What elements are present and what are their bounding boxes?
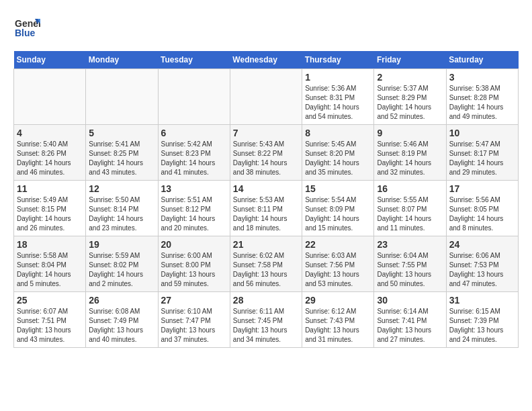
day-number: 11 bbox=[17, 183, 83, 194]
logo-icon: General Blue bbox=[13, 13, 40, 40]
svg-text:Blue: Blue bbox=[15, 28, 36, 38]
day-info: Sunrise: 6:08 AM Sunset: 7:49 PM Dayligh… bbox=[89, 307, 154, 345]
day-info: Sunrise: 5:36 AM Sunset: 8:31 PM Dayligh… bbox=[305, 84, 371, 122]
calendar-cell: 14Sunrise: 5:53 AM Sunset: 8:11 PM Dayli… bbox=[230, 181, 302, 236]
calendar-cell: 22Sunrise: 6:03 AM Sunset: 7:56 PM Dayli… bbox=[302, 236, 374, 292]
day-number: 21 bbox=[233, 239, 299, 250]
calendar-cell: 25Sunrise: 6:07 AM Sunset: 7:51 PM Dayli… bbox=[14, 292, 86, 348]
calendar-cell bbox=[230, 69, 302, 125]
day-info: Sunrise: 5:43 AM Sunset: 8:22 PM Dayligh… bbox=[233, 140, 299, 177]
calendar-cell: 31Sunrise: 6:15 AM Sunset: 7:39 PM Dayli… bbox=[446, 292, 518, 348]
calendar-cell: 28Sunrise: 6:11 AM Sunset: 7:45 PM Dayli… bbox=[230, 292, 302, 348]
calendar-cell: 30Sunrise: 6:14 AM Sunset: 7:41 PM Dayli… bbox=[374, 292, 446, 348]
day-info: Sunrise: 6:02 AM Sunset: 7:58 PM Dayligh… bbox=[233, 251, 299, 289]
calendar-cell: 10Sunrise: 5:47 AM Sunset: 8:17 PM Dayli… bbox=[446, 125, 518, 181]
day-number: 5 bbox=[89, 128, 154, 138]
day-info: Sunrise: 5:46 AM Sunset: 8:19 PM Dayligh… bbox=[377, 140, 443, 177]
day-info: Sunrise: 5:42 AM Sunset: 8:23 PM Dayligh… bbox=[161, 140, 227, 177]
weekday-header-thursday: Thursday bbox=[302, 51, 374, 69]
day-info: Sunrise: 5:55 AM Sunset: 8:07 PM Dayligh… bbox=[377, 195, 443, 233]
day-info: Sunrise: 6:11 AM Sunset: 7:45 PM Dayligh… bbox=[233, 307, 299, 345]
weekday-header-sunday: Sunday bbox=[14, 51, 86, 69]
calendar-cell: 4Sunrise: 5:40 AM Sunset: 8:26 PM Daylig… bbox=[14, 125, 86, 181]
day-number: 22 bbox=[305, 239, 371, 250]
day-number: 10 bbox=[449, 128, 515, 138]
day-info: Sunrise: 5:45 AM Sunset: 8:20 PM Dayligh… bbox=[305, 140, 371, 177]
calendar-body: 1Sunrise: 5:36 AM Sunset: 8:31 PM Daylig… bbox=[14, 69, 519, 348]
day-number: 13 bbox=[161, 183, 227, 194]
day-number: 2 bbox=[377, 72, 443, 83]
day-number: 29 bbox=[305, 295, 371, 306]
calendar-cell: 18Sunrise: 5:58 AM Sunset: 8:04 PM Dayli… bbox=[14, 236, 86, 292]
calendar-cell: 2Sunrise: 5:37 AM Sunset: 8:29 PM Daylig… bbox=[374, 69, 446, 125]
calendar-week-3: 11Sunrise: 5:49 AM Sunset: 8:15 PM Dayli… bbox=[14, 181, 519, 236]
day-info: Sunrise: 5:51 AM Sunset: 8:12 PM Dayligh… bbox=[161, 195, 227, 233]
calendar-cell bbox=[86, 69, 158, 125]
calendar-cell: 15Sunrise: 5:54 AM Sunset: 8:09 PM Dayli… bbox=[302, 181, 374, 236]
day-info: Sunrise: 6:03 AM Sunset: 7:56 PM Dayligh… bbox=[305, 251, 371, 289]
day-number: 25 bbox=[17, 295, 83, 306]
day-info: Sunrise: 5:58 AM Sunset: 8:04 PM Dayligh… bbox=[17, 251, 83, 289]
page-header: General Blue bbox=[13, 13, 519, 40]
day-number: 23 bbox=[377, 239, 443, 250]
day-info: Sunrise: 6:12 AM Sunset: 7:43 PM Dayligh… bbox=[305, 307, 371, 345]
day-number: 26 bbox=[89, 295, 154, 306]
day-info: Sunrise: 5:49 AM Sunset: 8:15 PM Dayligh… bbox=[17, 195, 83, 233]
day-info: Sunrise: 6:10 AM Sunset: 7:47 PM Dayligh… bbox=[161, 307, 227, 345]
calendar-header: SundayMondayTuesdayWednesdayThursdayFrid… bbox=[14, 51, 519, 69]
calendar-cell: 17Sunrise: 5:56 AM Sunset: 8:05 PM Dayli… bbox=[446, 181, 518, 236]
day-info: Sunrise: 6:07 AM Sunset: 7:51 PM Dayligh… bbox=[17, 307, 83, 345]
day-number: 14 bbox=[233, 183, 299, 194]
calendar-week-1: 1Sunrise: 5:36 AM Sunset: 8:31 PM Daylig… bbox=[14, 69, 519, 125]
day-number: 19 bbox=[89, 239, 154, 250]
day-number: 24 bbox=[449, 239, 515, 250]
calendar-cell: 9Sunrise: 5:46 AM Sunset: 8:19 PM Daylig… bbox=[374, 125, 446, 181]
calendar-cell: 11Sunrise: 5:49 AM Sunset: 8:15 PM Dayli… bbox=[14, 181, 86, 236]
calendar-cell: 8Sunrise: 5:45 AM Sunset: 8:20 PM Daylig… bbox=[302, 125, 374, 181]
calendar-table: SundayMondayTuesdayWednesdayThursdayFrid… bbox=[13, 51, 519, 348]
calendar-cell: 16Sunrise: 5:55 AM Sunset: 8:07 PM Dayli… bbox=[374, 181, 446, 236]
weekday-header-wednesday: Wednesday bbox=[230, 51, 302, 69]
day-number: 17 bbox=[449, 183, 515, 194]
calendar-cell: 23Sunrise: 6:04 AM Sunset: 7:55 PM Dayli… bbox=[374, 236, 446, 292]
calendar-cell: 27Sunrise: 6:10 AM Sunset: 7:47 PM Dayli… bbox=[158, 292, 230, 348]
day-number: 6 bbox=[161, 128, 227, 138]
day-number: 30 bbox=[377, 295, 443, 306]
calendar-cell bbox=[14, 69, 86, 125]
day-number: 1 bbox=[305, 72, 371, 83]
calendar-cell: 1Sunrise: 5:36 AM Sunset: 8:31 PM Daylig… bbox=[302, 69, 374, 125]
day-info: Sunrise: 6:00 AM Sunset: 8:00 PM Dayligh… bbox=[161, 251, 227, 289]
calendar-cell: 5Sunrise: 5:41 AM Sunset: 8:25 PM Daylig… bbox=[86, 125, 158, 181]
weekday-header-row: SundayMondayTuesdayWednesdayThursdayFrid… bbox=[14, 51, 519, 69]
weekday-header-friday: Friday bbox=[374, 51, 446, 69]
day-number: 8 bbox=[305, 128, 371, 138]
logo: General Blue bbox=[13, 13, 40, 40]
calendar-cell: 20Sunrise: 6:00 AM Sunset: 8:00 PM Dayli… bbox=[158, 236, 230, 292]
day-info: Sunrise: 5:50 AM Sunset: 8:14 PM Dayligh… bbox=[89, 195, 154, 233]
day-number: 4 bbox=[17, 128, 83, 138]
calendar-cell: 24Sunrise: 6:06 AM Sunset: 7:53 PM Dayli… bbox=[446, 236, 518, 292]
day-info: Sunrise: 6:14 AM Sunset: 7:41 PM Dayligh… bbox=[377, 307, 443, 345]
day-number: 3 bbox=[449, 72, 515, 83]
calendar-cell: 3Sunrise: 5:38 AM Sunset: 8:28 PM Daylig… bbox=[446, 69, 518, 125]
calendar-cell: 6Sunrise: 5:42 AM Sunset: 8:23 PM Daylig… bbox=[158, 125, 230, 181]
day-info: Sunrise: 5:40 AM Sunset: 8:26 PM Dayligh… bbox=[17, 140, 83, 177]
day-info: Sunrise: 5:47 AM Sunset: 8:17 PM Dayligh… bbox=[449, 140, 515, 177]
calendar-week-5: 25Sunrise: 6:07 AM Sunset: 7:51 PM Dayli… bbox=[14, 292, 519, 348]
calendar-cell: 13Sunrise: 5:51 AM Sunset: 8:12 PM Dayli… bbox=[158, 181, 230, 236]
day-info: Sunrise: 5:37 AM Sunset: 8:29 PM Dayligh… bbox=[377, 84, 443, 122]
day-number: 31 bbox=[449, 295, 515, 306]
day-info: Sunrise: 6:06 AM Sunset: 7:53 PM Dayligh… bbox=[449, 251, 515, 289]
calendar-cell: 29Sunrise: 6:12 AM Sunset: 7:43 PM Dayli… bbox=[302, 292, 374, 348]
day-info: Sunrise: 5:53 AM Sunset: 8:11 PM Dayligh… bbox=[233, 195, 299, 233]
day-number: 28 bbox=[233, 295, 299, 306]
calendar-cell: 12Sunrise: 5:50 AM Sunset: 8:14 PM Dayli… bbox=[86, 181, 158, 236]
weekday-header-monday: Monday bbox=[86, 51, 158, 69]
day-number: 20 bbox=[161, 239, 227, 250]
calendar-cell: 19Sunrise: 5:59 AM Sunset: 8:02 PM Dayli… bbox=[86, 236, 158, 292]
day-number: 18 bbox=[17, 239, 83, 250]
day-number: 15 bbox=[305, 183, 371, 194]
day-info: Sunrise: 5:54 AM Sunset: 8:09 PM Dayligh… bbox=[305, 195, 371, 233]
day-number: 27 bbox=[161, 295, 227, 306]
day-number: 9 bbox=[377, 128, 443, 138]
